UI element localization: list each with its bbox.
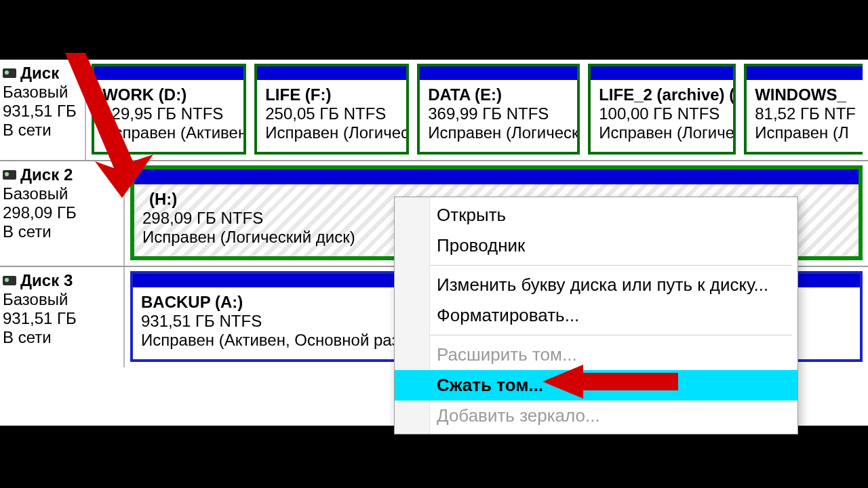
volume-status: Исправен (Логичес [265, 123, 399, 142]
volume-status: Исправен (Логиче [599, 123, 726, 142]
disk-type: Базовый [3, 184, 121, 203]
volume-title: WINDOWS_ [755, 85, 856, 104]
disk-status: В сети [3, 328, 121, 347]
disk-label-3[interactable]: Диск 3 Базовый 931,51 ГБ В сети [0, 267, 125, 367]
menu-open[interactable]: Открыть [395, 200, 797, 230]
volume-header-bar [134, 169, 859, 184]
volume-status: Исправен (Л [755, 123, 856, 142]
disk-size: 931,51 ГБ [3, 102, 82, 121]
disk-status: В сети [3, 222, 121, 241]
hdd-icon [3, 276, 16, 285]
volume-life2-g[interactable]: LIFE_2 (archive) (G 100,00 ГБ NTFS Испра… [588, 64, 736, 155]
menu-extend-volume: Расширить том... [395, 340, 797, 370]
volume-data-e[interactable]: DATA (E:) 369,99 ГБ NTFS Исправен (Логич… [417, 64, 580, 155]
volume-size: 129,95 ГБ NTFS [102, 104, 237, 123]
disk-type: Базовый [3, 83, 82, 102]
disk-label-2[interactable]: Диск 2 Базовый 298,09 ГБ В сети [0, 161, 125, 266]
volume-title: WORK (D:) [102, 85, 237, 104]
disk-type: Базовый [3, 290, 121, 309]
volume-header-bar [747, 66, 863, 80]
menu-format[interactable]: Форматировать... [395, 300, 797, 331]
volume-windows[interactable]: WINDOWS_ 81,52 ГБ NTF Исправен (Л [744, 64, 863, 155]
menu-shrink-volume[interactable]: Сжать том... [395, 370, 797, 401]
volume-size: 369,99 ГБ NTFS [428, 104, 570, 123]
volume-title: DATA (E:) [428, 85, 570, 104]
disk-name: Диск 3 [20, 271, 73, 290]
volume-title: LIFE_2 (archive) (G [599, 85, 726, 104]
volume-status: Исправен (Активен [102, 123, 237, 142]
hdd-icon [3, 170, 16, 180]
disk-management-panel: Диск Базовый 931,51 ГБ В сети WORK (D:) … [0, 60, 868, 426]
hdd-icon [3, 68, 16, 78]
menu-add-mirror: Добавить зеркало... [395, 401, 797, 431]
disk-row-0: Диск Базовый 931,51 ГБ В сети WORK (D:) … [0, 60, 868, 160]
disk-size: 931,51 ГБ [3, 309, 121, 328]
disk-size: 298,09 ГБ [3, 203, 121, 222]
disk-status: В сети [3, 121, 82, 140]
volume-header-bar [257, 66, 406, 80]
volume-title: LIFE (F:) [265, 85, 399, 104]
menu-explorer[interactable]: Проводник [395, 230, 797, 261]
volume-header-bar [591, 66, 733, 80]
menu-separator [430, 265, 792, 266]
volume-size: 100,00 ГБ NTFS [599, 104, 726, 123]
volume-header-bar [420, 66, 577, 80]
volume-life-f[interactable]: LIFE (F:) 250,05 ГБ NTFS Исправен (Логич… [254, 64, 409, 155]
disk-name: Диск [20, 64, 59, 83]
volume-header-bar [94, 66, 243, 80]
volume-strip-0: WORK (D:) 129,95 ГБ NTFS Исправен (Актив… [86, 60, 868, 160]
volume-size: 81,52 ГБ NTF [755, 104, 856, 123]
context-menu: Открыть Проводник Изменить букву диска и… [394, 197, 798, 434]
disk-label-0[interactable]: Диск Базовый 931,51 ГБ В сети [0, 60, 86, 160]
volume-status: Исправен (Логически [428, 123, 570, 142]
menu-separator [430, 335, 792, 336]
disk-name: Диск 2 [20, 165, 73, 184]
menu-change-letter[interactable]: Изменить букву диска или путь к диску... [395, 270, 797, 300]
volume-work-d[interactable]: WORK (D:) 129,95 ГБ NTFS Исправен (Актив… [92, 64, 246, 155]
volume-size: 250,05 ГБ NTFS [265, 104, 399, 123]
